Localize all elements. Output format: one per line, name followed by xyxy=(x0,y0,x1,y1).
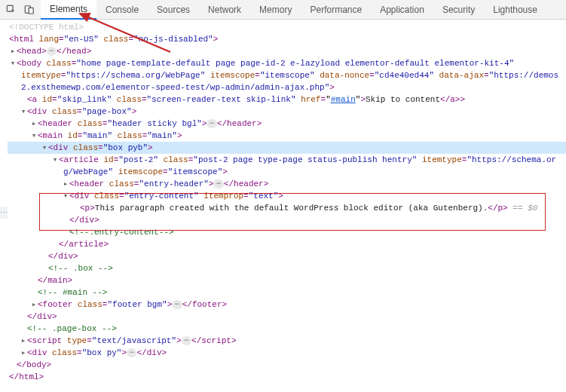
box-pyb-open[interactable]: ▾<div class="box pyb"> xyxy=(8,142,566,154)
body-attrs-2[interactable]: itemtype="https://schema.org/WebPage" it… xyxy=(8,69,566,81)
skip-link[interactable]: <a id="skip_link" class="screen-reader-t… xyxy=(8,93,566,106)
ellipsis-icon[interactable]: ⋯ xyxy=(207,119,216,128)
html-close[interactable]: </html> xyxy=(8,371,566,383)
main-close[interactable]: </main> xyxy=(8,274,566,286)
tab-security[interactable]: Security xyxy=(433,0,484,20)
article-open[interactable]: ▾<article id="post-2" class="post-2 page… xyxy=(8,154,566,166)
tab-console[interactable]: Console xyxy=(96,0,148,20)
article-attrs-2[interactable]: g/WebPage" itemscope="itemscope"> xyxy=(8,166,566,178)
header-line[interactable]: ▸<header class="header sticky bgl">⋯</he… xyxy=(8,118,566,130)
inspect-icon[interactable] xyxy=(5,3,18,17)
comment-entry[interactable]: <!--.entry-content--> xyxy=(8,226,566,238)
entry-header[interactable]: ▸<header class="entry-header">⋯</header> xyxy=(8,178,566,190)
tab-performance[interactable]: Performance xyxy=(301,0,371,20)
tab-sources[interactable]: Sources xyxy=(148,0,199,20)
entry-content-open[interactable]: ▾<div class="entry-content" itemprop="te… xyxy=(8,190,566,202)
devtools-toolbar: Elements Console Sources Network Memory … xyxy=(0,0,566,20)
ellipsis-icon[interactable]: ⋯ xyxy=(213,179,223,188)
dom-tree[interactable]: <!DOCTYPE html> <html lang="en-US" class… xyxy=(0,20,566,384)
head-line[interactable]: ▸<head>⋯</head> xyxy=(8,45,566,57)
body-close[interactable]: </body> xyxy=(8,359,566,371)
doctype-line[interactable]: <!DOCTYPE html> xyxy=(8,21,566,33)
pagebox-open[interactable]: ▾<div class="page-box"> xyxy=(8,106,566,118)
ellipsis-icon[interactable]: ⋯ xyxy=(172,300,182,309)
body-open[interactable]: ▾<body class="home page-template-default… xyxy=(8,57,566,69)
tab-lighthouse[interactable]: Lighthouse xyxy=(484,0,546,20)
box-py-line[interactable]: ▸<div class="box py">⋯</div> xyxy=(8,347,566,359)
pagebox-close[interactable]: </div> xyxy=(8,311,566,323)
tab-elements[interactable]: Elements xyxy=(41,0,96,20)
svg-rect-2 xyxy=(29,8,33,14)
comment-box[interactable]: <!-- .box --> xyxy=(8,262,566,274)
tab-application[interactable]: Application xyxy=(371,0,433,20)
device-icon[interactable] xyxy=(23,3,36,17)
entry-content-close[interactable]: </div> xyxy=(8,214,566,226)
footer-line[interactable]: ▸<footer class="footer bgm">⋯</footer> xyxy=(8,299,566,311)
ellipsis-icon[interactable]: ⋯ xyxy=(127,348,136,357)
html-open[interactable]: <html lang="en-US" class="no-js-disabled… xyxy=(8,33,566,45)
paragraph-line[interactable]: <p>This paragraph created with the defau… xyxy=(8,202,566,214)
body-attrs-3[interactable]: 2.exsthemewp.com/elementor-speed-test/wp… xyxy=(8,81,566,93)
box-pyb-close[interactable]: </div> xyxy=(8,250,566,262)
script-line[interactable]: ▸<script type="text/javascript">⋯</scrip… xyxy=(8,335,566,347)
comment-main[interactable]: <!-- #main --> xyxy=(8,286,566,299)
gutter-dots-icon: ⋯ xyxy=(0,207,8,219)
comment-pagebox[interactable]: <!-- .page-box --> xyxy=(8,323,566,335)
article-close[interactable]: </article> xyxy=(8,238,566,250)
ellipsis-icon[interactable]: ⋯ xyxy=(182,336,191,345)
main-open[interactable]: ▾<main id="main" class="main"> xyxy=(8,130,566,142)
devtools-tabs: Elements Console Sources Network Memory … xyxy=(41,0,546,20)
ellipsis-icon[interactable]: ⋯ xyxy=(47,47,57,56)
tab-network[interactable]: Network xyxy=(199,0,250,20)
tab-memory[interactable]: Memory xyxy=(250,0,301,20)
